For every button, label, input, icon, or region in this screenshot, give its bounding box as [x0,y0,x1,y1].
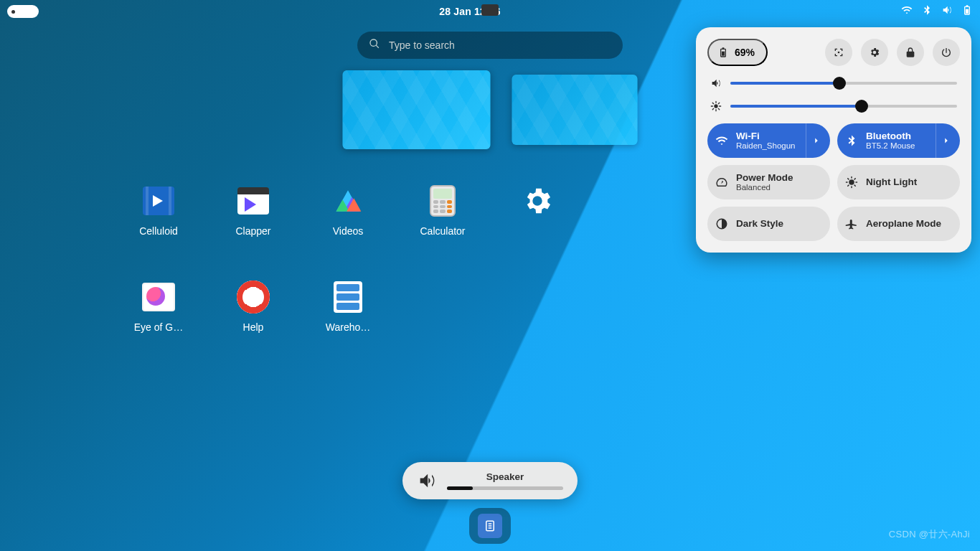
toggle-bluetooth[interactable]: BluetoothBT5.2 Mouse [837,123,960,158]
app-warehouse[interactable]: Wareho… [301,280,395,359]
battery-percent: 69% [735,47,755,58]
warehouse-icon [331,280,365,314]
battery-icon [717,47,729,58]
speedometer-icon [715,175,729,189]
app-label: Help [243,321,264,333]
power-button[interactable] [933,39,960,66]
search-input[interactable] [389,39,611,51]
screenshot-button[interactable] [825,39,852,66]
volume-osd: Speaker [402,462,578,499]
app-clapper[interactable]: Clapper [206,184,301,263]
brightness-icon [710,100,722,112]
toggle-power-mode[interactable]: Power ModeBalanced [707,165,830,199]
toggle-sub: Raiden_Shogun [736,141,798,151]
toggle-title: Night Light [866,176,953,188]
toggle-sub: Balanced [736,183,823,192]
settings-button[interactable] [861,39,888,66]
toggle-sub: BT5.2 Mouse [866,141,928,151]
toggle-title: Bluetooth [866,131,928,142]
app-label: Wareho… [326,321,371,333]
workspace-switcher[interactable] [343,70,638,149]
app-label: Eye of G… [134,321,183,333]
app-help[interactable]: Help [206,280,301,359]
activities-area[interactable] [7,5,39,18]
gear-icon [520,184,555,218]
svg-rect-5 [722,52,725,56]
volume-icon [710,77,722,89]
toggle-title: Power Mode [736,172,823,184]
toggle-dark-style[interactable]: Dark Style [707,207,830,241]
app-videos[interactable]: Videos [301,184,395,263]
brightness-slider[interactable] [730,105,957,108]
status-area[interactable] [901,4,973,19]
help-icon [236,280,270,314]
app-settings[interactable] [490,184,585,263]
battery-pill[interactable]: 69% [707,39,768,66]
volume-slider[interactable] [730,82,957,85]
workspace-thumb[interactable] [343,70,491,149]
osd-title: Speaker [486,471,524,482]
osd-level-bar [447,486,563,490]
brightness-slider-row [710,100,957,112]
activities-pill[interactable] [7,5,39,18]
app-celluloid[interactable]: Celluloid [111,184,206,263]
airplane-icon [844,217,859,231]
volume-icon [941,4,953,19]
celluloid-icon [141,184,176,218]
volume-slider-row [710,77,957,89]
app-label: Clapper [235,225,270,237]
svg-rect-0 [966,9,969,14]
watermark: CSDN @廿六-AhJi [889,528,970,541]
search-bar[interactable] [357,32,623,59]
dash-app-icon[interactable] [478,514,502,538]
bluetooth-icon [921,4,933,19]
app-calculator[interactable]: Calculator [395,184,490,263]
toggle-title: Aeroplane Mode [866,218,953,230]
dash[interactable] [469,508,511,544]
bluetooth-icon [844,133,859,148]
top-bar: 28 Jan 12:36 [0,0,980,23]
chevron-right-icon[interactable] [806,123,826,158]
wifi-icon [901,4,913,19]
toggle-night-light[interactable]: Night Light [837,165,960,199]
wifi-icon [715,133,729,148]
contrast-icon [715,217,729,231]
app-label: Calculator [420,225,465,237]
toggle-wifi[interactable]: Wi-FiRaiden_Shogun [707,123,830,158]
app-label: Videos [333,225,364,237]
calculator-icon [425,184,460,218]
speaker-icon [417,471,437,491]
chevron-right-icon[interactable] [936,123,956,158]
image-viewer-icon [141,280,176,314]
svg-point-8 [849,179,854,185]
lock-button[interactable] [897,39,924,66]
toggle-title: Wi-Fi [736,131,798,142]
battery-icon [961,4,973,19]
toggle-title: Dark Style [736,218,823,230]
search-icon [369,38,380,52]
workspace-thumb[interactable] [512,75,638,145]
videos-icon [331,184,365,218]
quick-settings-panel: 69% Wi-FiRaiden_Shogun BluetoothBT5.2 Mo… [696,27,971,253]
app-eog[interactable]: Eye of G… [111,280,206,359]
toggle-airplane[interactable]: Aeroplane Mode [837,207,960,241]
svg-point-7 [714,104,717,108]
app-label: Celluloid [139,225,178,237]
clapper-icon [236,184,270,218]
night-light-icon [844,175,859,189]
svg-point-6 [838,52,840,54]
app-grid: Celluloid Clapper Videos Calculator Eye … [111,184,585,359]
